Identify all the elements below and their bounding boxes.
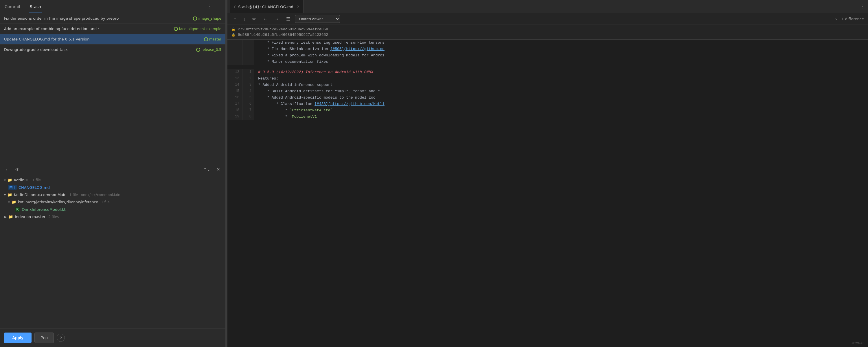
minimize-button[interactable]: — [215,3,222,10]
right-tab-changelog[interactable]: ⚡ Stash@{4}: CHANGELOG.md ✕ [230,0,304,13]
tree-subfolder-inference[interactable]: ▾ 📁 kotlin/org/jetbrains/kotlinx/dl/onnx… [0,198,225,206]
line-num-old-4 [227,59,243,65]
tag-icon-4 [196,48,200,52]
stash-entry-2[interactable]: Add an example of combining face detecti… [0,24,225,34]
stash-entry-3-text: Update CHANGELOG.md for the 0.5.1 versio… [4,37,202,41]
tab-close-button[interactable]: ✕ [297,5,300,9]
diff-left-button[interactable]: ← [261,15,270,23]
chevron-down-icon: ▾ [4,178,6,182]
tree-folder-count-onnx: 1 file [69,193,78,197]
right-more-options-button[interactable]: ⋮ [859,3,866,10]
diff-count-label: 1 difference [841,17,864,21]
tree-folder-onnx[interactable]: ▾ 📁 KotlinDL.onnx.commonMain 1 file onnx… [0,191,225,198]
tab-commit[interactable]: Commit [3,1,22,12]
tree-file-onnx-model[interactable]: K OnnxInferenceModel.kt [0,206,225,213]
stash-entry-4-text: Downgrade gradle-download-task [4,48,194,52]
diff-content: * Fixed memory leak ensuring used Tensor… [227,40,868,347]
pop-button[interactable]: Pop [34,333,54,343]
code-text: * Fixed memory leak ensuring used Tensor… [258,40,384,46]
back-button[interactable]: ← [3,166,11,173]
line-num-old [227,40,243,46]
file-type-badge: M↓ [8,185,17,190]
tab-stash[interactable]: Stash [29,1,42,12]
line-num-6: 6 [243,101,254,107]
hash-value-2: 9e589fb149b261a5fbc4668645950927a5123652 [238,33,328,37]
sort-button[interactable]: ⌃⌄ [202,166,212,173]
help-button[interactable]: ? [57,334,65,342]
stash-entry-2-badge: face-alignment-example [174,27,222,31]
stash-entry-4-badge: release_0.5 [196,48,221,52]
diff-down-button[interactable]: ↓ [241,15,248,23]
line-code-12: # 0.5.0 (14/12/2022) Inference on Androi… [254,69,868,75]
left-panel: Commit Stash ⋮ — Fix dimensions order in… [0,0,226,347]
line-num-new [243,40,254,46]
diff-line-17: 17 6 * Classification [#438](https://git… [227,101,868,107]
tab-bar: Commit Stash ⋮ — [0,0,225,13]
code-models-zoo: * Added Android-specific models to the m… [258,95,376,101]
apply-button[interactable]: Apply [4,333,32,343]
eye-button[interactable]: 👁 [13,166,22,173]
diff-right-button[interactable]: → [272,15,281,23]
diff-line-12: 12 1 # 0.5.0 (14/12/2022) Inference on A… [227,69,868,75]
tree-folder-label-onnx: KotlinDL.onnx.commonMain [14,193,66,197]
diff-list-button[interactable]: ☰ [284,15,292,23]
line-num-7: 7 [243,107,254,114]
line-num-18: 18 [227,107,243,114]
tree-folder-count: 1 file [32,178,41,182]
close-panel-button[interactable]: ✕ [215,166,222,173]
chevron-right-icon: ▶ [4,215,7,219]
line-num-new-2 [243,46,254,52]
tree-file-label-onnx: OnnxInferenceModel.kt [22,207,65,212]
right-tab-actions: ⋮ [859,3,866,10]
more-options-button[interactable]: ⋮ [206,3,213,10]
right-tab-bar: ⚡ Stash@{4}: CHANGELOG.md ✕ ⋮ [227,0,868,13]
hash-row-2: 🔒 9e589fb149b261a5fbc4668645950927a51236… [231,33,864,37]
code-android-inference: * Added Android inference support [258,82,333,88]
line-code-18: * `EfficientNet4Lite` [254,107,868,114]
line-num-2: 2 [243,75,254,82]
branch-icon [204,37,208,41]
chevron-down-icon-3: ▾ [8,200,10,204]
tree-folder-count-index: 2 files [48,215,59,219]
tab-bar-actions: ⋮ — [206,3,222,10]
diff-viewer-select[interactable]: Unified viewer Side-by-side viewer [295,15,340,23]
tree-folder-path-onnx: onnx/src/commonMain [81,193,120,197]
folder-icon-2: 📁 [7,193,12,197]
tree-folder-index[interactable]: ▶ 📁 Index on master 2 files [0,213,225,220]
code-efficientnet: * [258,107,290,114]
line-num-old-2 [227,46,243,52]
diff-line-18: 18 7 * `EfficientNet4Lite` [227,107,868,114]
diff-line-ctx1: * Fixed memory leak ensuring used Tensor… [227,40,868,46]
right-panel: ⚡ Stash@{4}: CHANGELOG.md ✕ ⋮ ↑ ↓ ✏ ← → … [227,0,868,347]
diff-separator [227,65,868,69]
tree-folder-kotlindl[interactable]: ▾ 📁 KotlinDL 1 file [0,177,225,184]
bottom-bar: Apply Pop ? [0,328,225,347]
stash-entry-1-text: Fix dimensions order in the image shape … [4,16,191,21]
diff-edit-button[interactable]: ✏ [250,15,258,23]
tree-folder-label: KotlinDL [14,178,30,182]
diff-toolbar: ← 👁 ⌃⌄ ✕ [0,164,225,175]
diff-up-button[interactable]: ↑ [231,15,239,23]
line-num-14: 14 [227,82,243,88]
code-text-4: * Minor documentation fixes [258,59,328,65]
tag-icon-2 [174,27,178,31]
stash-entry-3[interactable]: Update CHANGELOG.md for the 0.5.1 versio… [0,34,225,44]
line-num-16: 16 [227,95,243,101]
right-tab-label: Stash@{4}: CHANGELOG.md [238,5,293,9]
diff-line-ctx3: * Fixed a problem with downloading model… [227,52,868,59]
line-num-5: 5 [243,95,254,101]
code-classification: * Classification [258,101,314,107]
stash-entry-1[interactable]: Fix dimensions order in the image shape … [0,13,225,24]
tree-file-changelog[interactable]: M↓ CHANGELOG.md [0,184,225,191]
line-code-17: * Classification [#438](https://github.c… [254,101,868,107]
stash-entry-3-badge: master [204,37,221,41]
stash-entry-4[interactable]: Downgrade gradle-download-task release_0… [0,44,225,55]
line-code-3: * Fixed a problem with downloading model… [254,52,868,59]
diff-viewer-toolbar: ↑ ↓ ✏ ← → ☰ Unified viewer Side-by-side … [227,13,868,25]
hash-row-1: 🔒 2793bffb29f2d0c2e22edc693c3ac95d4ef2e8… [231,27,864,32]
link-505: [#505](https://github.co [331,46,384,52]
diff-chevron-button[interactable]: › [833,15,839,23]
link-438: [#438](https://github.com/Kotli [314,101,384,107]
line-code-16: * Added Android-specific models to the m… [254,95,868,101]
stash-commit-list: Fix dimensions order in the image shape … [0,13,225,164]
